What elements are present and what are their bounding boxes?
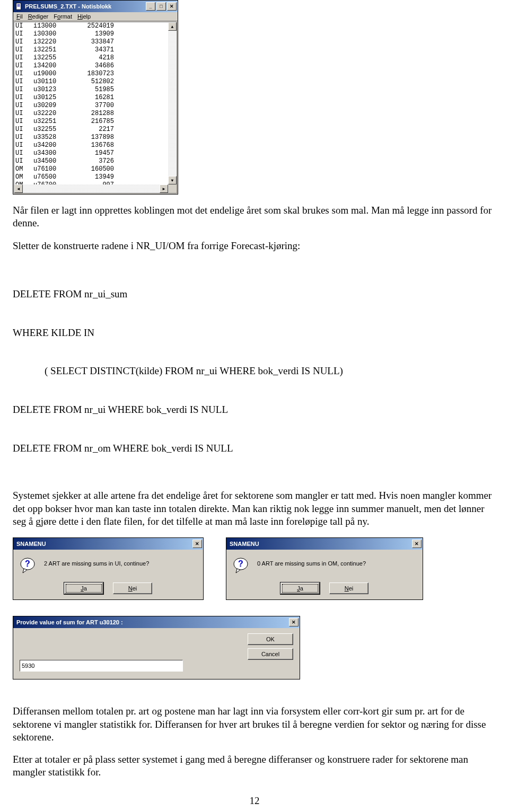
text-cell: 160500 <box>75 165 124 173</box>
text-cell: u76100 <box>33 165 75 173</box>
nei-button[interactable]: Nei <box>329 582 368 594</box>
scroll-right-button[interactable]: ► <box>160 184 168 193</box>
dialog-message: 2 ART are missing sums in UI, continue? <box>44 557 154 567</box>
dialog-title: SNAMENU <box>230 541 259 547</box>
text-row: UIu33528137898 <box>15 134 177 142</box>
scroll-corner <box>168 184 177 193</box>
scroll-up-button[interactable]: ▲ <box>168 22 177 31</box>
text-cell: i32220 <box>33 38 75 46</box>
text-cell: OM <box>15 165 33 173</box>
text-row: UIi32220333847 <box>15 38 177 46</box>
text-row: UIu3012351985 <box>15 86 177 94</box>
text-cell: 137898 <box>75 134 124 142</box>
text-row: UIi3225134371 <box>15 46 177 54</box>
text-cell: UI <box>15 149 33 157</box>
snamenu-dialog-ui: SNAMENU ✕ ? 2 ART are missing sums in UI… <box>13 537 204 600</box>
text-row: UIu3020937700 <box>15 102 177 110</box>
sql-block: DELETE FROM nr_ui_sum WHERE KILDE IN ( S… <box>13 262 496 481</box>
sql-line: ( SELECT DISTINCT(kilde) FROM nr_ui WHER… <box>45 365 496 377</box>
scroll-h-track[interactable] <box>23 184 160 193</box>
dialog-title: Provide value of sum for ART u30120 : <box>16 619 123 625</box>
text-cell: 16281 <box>75 94 124 102</box>
text-cell: 216785 <box>75 118 124 126</box>
vertical-scrollbar[interactable]: ▲ ▼ <box>168 22 177 184</box>
sql-line: DELETE FROM nr_ui WHERE bok_verdi IS NUL… <box>13 403 496 416</box>
text-row: UIi322554218 <box>15 54 177 62</box>
close-button[interactable]: ✕ <box>289 618 299 626</box>
menu-rediger[interactable]: Rediger <box>28 13 49 20</box>
text-row: UIu190001830723 <box>15 70 177 78</box>
text-cell: u76500 <box>33 173 75 181</box>
close-button[interactable]: ✕ <box>167 2 177 11</box>
text-cell: i30300 <box>33 30 75 38</box>
text-cell: 19457 <box>75 149 124 157</box>
text-cell: UI <box>15 110 33 118</box>
notepad-window: PRELSUMS_2.TXT - Notisblokk _ □ ✕ Fil Re… <box>13 0 178 195</box>
ja-button[interactable]: Ja <box>280 582 320 594</box>
text-cell: 4218 <box>75 54 124 62</box>
sql-line: DELETE FROM nr_om WHERE bok_verdi IS NUL… <box>13 442 496 455</box>
ok-button[interactable]: OK <box>248 633 293 645</box>
notepad-menubar: Fil Rediger Format Hjelp <box>13 12 178 21</box>
notepad-icon <box>15 3 23 10</box>
text-cell: 3726 <box>75 157 124 165</box>
text-cell: UI <box>15 134 33 142</box>
text-cell: 1830723 <box>75 70 124 78</box>
text-cell: 512802 <box>75 78 124 86</box>
notepad-textarea[interactable]: UIi130002524019UIi3030013909UIi322203338… <box>14 22 177 193</box>
dialog-titlebar: SNAMENU ✕ <box>226 538 423 550</box>
text-row: UIu32251216785 <box>15 118 177 126</box>
sum-value-input[interactable] <box>20 660 183 672</box>
text-row: OMu76100160500 <box>15 165 177 173</box>
horizontal-scrollbar[interactable]: ◄ ► <box>14 184 168 193</box>
text-cell: 13949 <box>75 173 124 181</box>
text-cell: 333847 <box>75 38 124 46</box>
scroll-down-button[interactable]: ▼ <box>168 176 177 184</box>
text-cell: 51985 <box>75 86 124 94</box>
paragraph-1: Når filen er lagt inn opprettes koblinge… <box>13 204 496 230</box>
menu-format[interactable]: Format <box>54 13 72 20</box>
svg-text:?: ? <box>238 559 243 568</box>
text-cell: i32251 <box>33 46 75 54</box>
notepad-titlebar: PRELSUMS_2.TXT - Notisblokk _ □ ✕ <box>13 1 178 12</box>
paragraph-2: Sletter de konstruerte radene i NR_UI/OM… <box>13 240 496 252</box>
ja-button[interactable]: Ja <box>64 582 103 594</box>
text-cell: 37700 <box>75 102 124 110</box>
text-cell: u30123 <box>33 86 75 94</box>
close-button[interactable]: ✕ <box>192 540 202 548</box>
text-row: UIu3430019457 <box>15 149 177 157</box>
text-cell: u34300 <box>33 149 75 157</box>
text-cell: UI <box>15 157 33 165</box>
menu-hjelp[interactable]: Hjelp <box>77 13 91 20</box>
menu-fil[interactable]: Fil <box>16 13 23 20</box>
text-cell: u33528 <box>33 134 75 142</box>
text-cell: 34371 <box>75 46 124 54</box>
text-cell: u34500 <box>33 157 75 165</box>
nei-button[interactable]: Nei <box>113 582 152 594</box>
text-cell: u30209 <box>33 102 75 110</box>
minimize-button[interactable]: _ <box>146 2 155 11</box>
text-row: UIu322552217 <box>15 126 177 134</box>
text-row: UIi3420034686 <box>15 62 177 70</box>
text-cell: 281288 <box>75 110 124 118</box>
text-cell: UI <box>15 142 33 149</box>
close-button[interactable]: ✕ <box>412 540 422 548</box>
text-cell: 13909 <box>75 30 124 38</box>
cancel-button[interactable]: Cancel <box>248 648 293 660</box>
text-cell: OM <box>15 173 33 181</box>
page-number: 12 <box>13 795 496 807</box>
text-cell: UI <box>15 126 33 134</box>
text-row: UIi130002524019 <box>15 22 177 30</box>
text-cell: UI <box>15 46 33 54</box>
question-icon: ? <box>233 557 250 574</box>
scroll-left-button[interactable]: ◄ <box>14 184 23 193</box>
text-cell: UI <box>15 30 33 38</box>
text-cell: u32251 <box>33 118 75 126</box>
text-cell: UI <box>15 94 33 102</box>
scroll-v-track[interactable] <box>168 31 177 176</box>
question-icon: ? <box>20 557 37 574</box>
svg-text:?: ? <box>25 559 30 568</box>
maximize-button[interactable]: □ <box>156 2 166 11</box>
text-row: UIu3012516281 <box>15 94 177 102</box>
text-cell: u19000 <box>33 70 75 78</box>
